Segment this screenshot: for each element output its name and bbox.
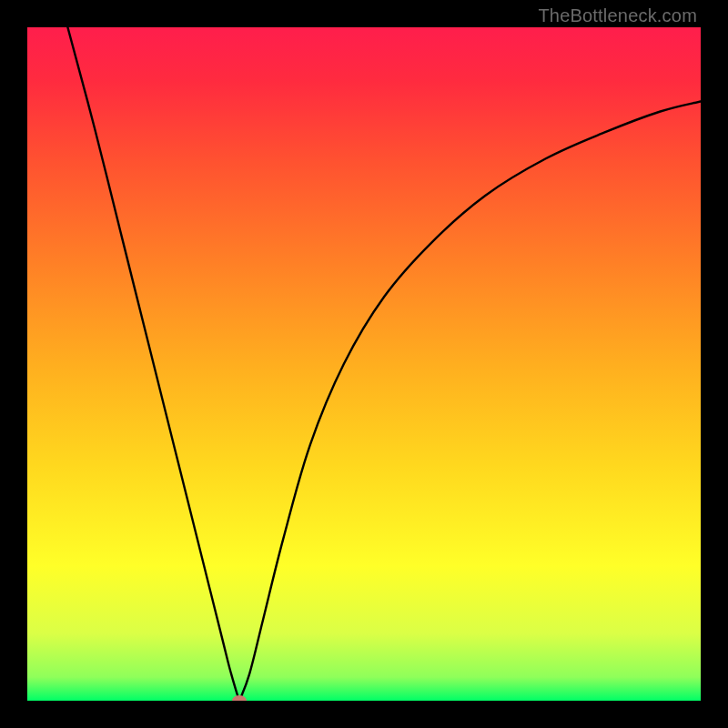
chart-frame: TheBottleneck.com bbox=[0, 0, 728, 728]
curve-right-branch bbox=[239, 101, 701, 701]
curve-layer bbox=[27, 27, 701, 701]
watermark-text: TheBottleneck.com bbox=[538, 5, 697, 26]
plot-area bbox=[27, 27, 701, 701]
curve-left-branch bbox=[67, 27, 239, 701]
minimum-marker bbox=[232, 695, 247, 701]
